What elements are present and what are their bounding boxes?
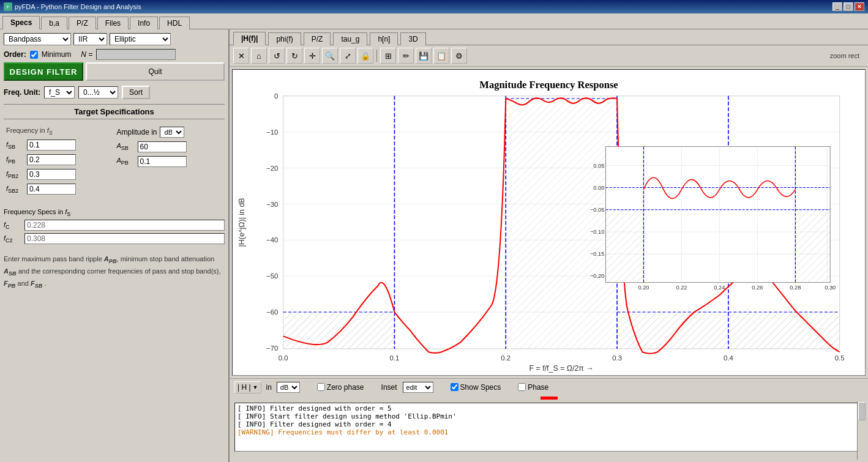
amp-unit-select[interactable]: dB V — [160, 127, 184, 138]
svg-rect-36 — [506, 96, 617, 349]
log-line-3: [ INFO] Filter designed with order = 4 — [238, 420, 860, 428]
fc-input — [24, 220, 225, 231]
log-container: [ INFO] Filter designed with order = 5 [… — [232, 401, 866, 460]
h-label: | H | — [238, 383, 251, 392]
svg-text:|H(e^jΩ)| in dB: |H(e^jΩ)| in dB — [238, 198, 246, 247]
freq-unit-select[interactable]: f_S f_Nyq Hz — [44, 86, 75, 99]
show-specs-label: Show Specs — [460, 383, 501, 392]
tool-draw-button[interactable]: ✏ — [398, 48, 414, 64]
svg-text:−40: −40 — [266, 236, 278, 244]
tool-back-button[interactable]: ↺ — [269, 48, 285, 64]
tool-forward-button[interactable]: ↻ — [286, 48, 302, 64]
plot-tab-phi[interactable]: phi(f) — [268, 32, 301, 45]
tool-lock-button[interactable]: 🔒 — [357, 48, 373, 64]
asb-input[interactable] — [138, 141, 187, 152]
plot-tab-bar: |H(f)| phi(f) P/Z tau_g h[n] 3D — [230, 29, 868, 45]
quit-button[interactable]: Quit — [86, 62, 225, 81]
apb-input[interactable] — [138, 156, 187, 167]
tab-info[interactable]: Info — [130, 17, 158, 29]
show-specs-row: Show Specs — [451, 383, 501, 392]
order-label: Order: — [4, 50, 26, 59]
svg-text:0.05: 0.05 — [593, 163, 604, 169]
inset-label: Inset — [381, 383, 397, 392]
svg-text:0.24: 0.24 — [714, 285, 725, 291]
asb-label: ASB — [117, 142, 135, 151]
h-dropdown-icon[interactable]: ▼ — [253, 384, 258, 390]
freq-range-select[interactable]: 0...½ 0...1 -½...½ — [78, 86, 118, 99]
fsb2-label: fSB2 — [6, 185, 24, 194]
fc2-row: fC2 — [4, 233, 225, 244]
filter-design-select[interactable]: Elliptic Butterworth Chebyshev 1 — [110, 33, 171, 45]
fsb-label: fSB — [6, 141, 24, 150]
tool-zoom-out-button[interactable]: ⤢ — [340, 48, 356, 64]
tab-specs[interactable]: Specs — [2, 16, 40, 29]
plot-tab-hn[interactable]: h[n] — [370, 32, 398, 45]
fpb2-input[interactable] — [27, 169, 76, 180]
svg-text:F = f/f_S = Ω/2π →: F = f/f_S = Ω/2π → — [529, 364, 594, 373]
fc2-label: fC2 — [4, 234, 22, 244]
svg-rect-56 — [605, 210, 643, 283]
log-area: [ INFO] Filter designed with order = 5 [… — [234, 403, 863, 452]
fpb2-row: fPB2 — [6, 169, 112, 180]
order-n-label: N = — [81, 50, 92, 59]
zero-phase-checkbox[interactable] — [317, 383, 325, 391]
freq-specs-section: Frequency Specs in fS fC fC2 — [4, 208, 225, 247]
tool-reset-button[interactable]: ✕ — [233, 48, 249, 64]
tab-files[interactable]: Files — [97, 17, 129, 29]
db-unit-select[interactable]: dB V W — [277, 382, 300, 393]
tab-ba[interactable]: b,a — [41, 17, 67, 29]
design-filter-button[interactable]: DESIGN FILTER — [4, 62, 83, 81]
svg-text:0.00: 0.00 — [593, 185, 604, 191]
svg-text:0.1: 0.1 — [390, 354, 400, 362]
tool-settings-button[interactable]: ⚙ — [451, 48, 467, 64]
target-specs-header: Target Specifications — [4, 104, 225, 119]
tool-pan-button[interactable]: ✛ — [304, 48, 320, 64]
order-minimum-label: Minimum — [42, 50, 72, 59]
scrollbar-thumb[interactable] — [858, 402, 866, 420]
filter-method-select[interactable]: IIR FIR — [73, 33, 107, 45]
tool-zoom-button[interactable]: 🔍 — [322, 48, 338, 64]
fsb2-row: fSB2 — [6, 184, 112, 195]
order-minimum-checkbox[interactable] — [30, 51, 38, 59]
tool-save-button[interactable]: 💾 — [416, 48, 432, 64]
fpb-input[interactable] — [27, 154, 76, 165]
amp-label-row: Amplitude in dB V — [117, 127, 223, 138]
tool-grid-button[interactable]: ⊞ — [380, 48, 396, 64]
phase-checkbox[interactable] — [518, 383, 526, 391]
plot-tab-3d[interactable]: 3D — [400, 32, 425, 45]
close-button[interactable]: ✕ — [855, 2, 864, 11]
tool-copy-button[interactable]: 📋 — [433, 48, 449, 64]
tool-home-button[interactable]: ⌂ — [251, 48, 267, 64]
fpb2-label: fPB2 — [6, 170, 24, 179]
svg-text:0.0: 0.0 — [279, 354, 288, 362]
action-buttons-row: DESIGN FILTER Quit — [4, 62, 225, 81]
plot-tab-tau[interactable]: tau_g — [333, 32, 367, 45]
log-scrollbar[interactable] — [857, 401, 866, 460]
app-icon: F — [4, 2, 12, 11]
show-specs-checkbox[interactable] — [451, 383, 458, 391]
svg-text:0.4: 0.4 — [724, 354, 733, 362]
tab-pz[interactable]: P/Z — [69, 17, 96, 29]
sort-button[interactable]: Sort — [122, 86, 150, 99]
inset-select[interactable]: edit none show — [403, 382, 433, 393]
h-selector[interactable]: | H | ▼ — [234, 381, 261, 393]
title-bar: F pyFDA - Python Filter Design and Analy… — [0, 0, 868, 13]
svg-text:0.26: 0.26 — [752, 285, 763, 291]
plot-tab-pz[interactable]: P/Z — [304, 32, 331, 45]
tab-hdl[interactable]: HDL — [159, 17, 190, 29]
order-n-input[interactable] — [96, 49, 176, 60]
fsb-input[interactable] — [27, 140, 76, 151]
svg-text:−60: −60 — [266, 308, 278, 316]
maximize-button[interactable]: □ — [844, 2, 853, 11]
apb-row: APB — [117, 156, 223, 167]
info-text: Enter maximum pass band ripple APB, mini… — [4, 254, 225, 291]
filter-type-select[interactable]: Bandpass Lowpass Highpass Bandstop — [4, 33, 71, 45]
phase-label: Phase — [528, 383, 548, 392]
log-line-2: [ INFO] Start filter design using method… — [238, 412, 860, 420]
zoom-rect-label: zoom rect — [830, 52, 864, 59]
svg-text:0: 0 — [274, 92, 278, 100]
plot-controls-bar: | H | ▼ in dB V W Zero phase Inset edit — [230, 378, 868, 396]
minimize-button[interactable]: _ — [832, 2, 842, 11]
plot-tab-hf[interactable]: |H(f)| — [233, 32, 266, 45]
fsb2-input[interactable] — [27, 184, 76, 195]
